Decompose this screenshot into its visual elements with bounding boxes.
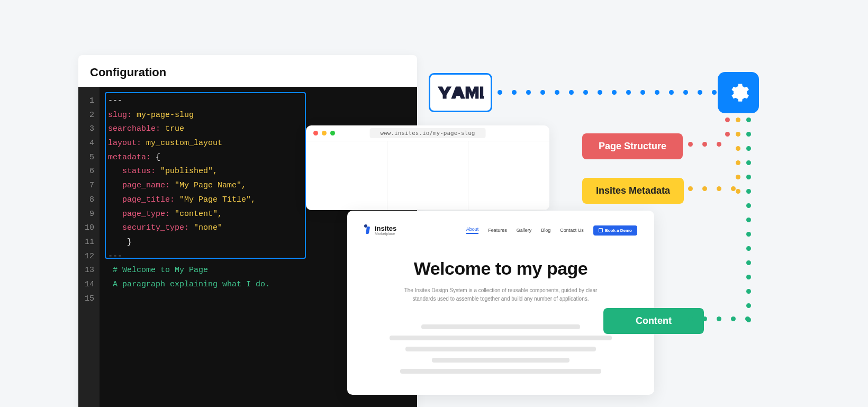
brace-open: { — [151, 153, 160, 162]
searchable-value: true — [160, 124, 184, 133]
connector-vertical-yellow — [736, 117, 740, 194]
nav-about[interactable]: About — [466, 227, 479, 234]
markdown-heading: # Welcome to My Page — [113, 266, 208, 275]
brand-name: insites — [375, 225, 396, 232]
line-number: 14 — [82, 278, 96, 292]
slug-value: my-page-slug — [132, 111, 194, 120]
security-type-value: "none" — [189, 223, 222, 232]
line-number: 5 — [82, 151, 96, 165]
cta-label: Book a Demo — [605, 228, 632, 233]
content-skeleton — [364, 324, 637, 374]
browser-panes — [306, 141, 549, 210]
pane — [468, 141, 549, 210]
browser-chrome: www.insites.io/my-page-slug — [306, 125, 549, 141]
line-number: 7 — [82, 179, 96, 193]
layout-key: layout: — [108, 139, 141, 148]
security-type-key: security_type: — [122, 223, 189, 232]
connector-yaml-to-gear — [498, 90, 717, 95]
line-number: 12 — [82, 250, 96, 264]
calendar-icon — [599, 228, 603, 232]
brand-sub: Marketplace — [375, 232, 396, 236]
skeleton-line — [390, 336, 612, 340]
page-structure-pill: Page Structure — [582, 133, 683, 159]
metadata-key: metadata: — [108, 153, 151, 162]
webpage-hero: Welcome to my page The Insites Design Sy… — [364, 258, 637, 303]
brand-logo-icon — [364, 224, 372, 236]
insites-metadata-pill: Insites Metadata — [582, 178, 684, 204]
markdown-paragraph: A paragraph explaining what I do. — [113, 280, 270, 289]
webpage-mock: insites Marketplace About Features Galle… — [347, 211, 654, 395]
yaml-open: --- — [108, 96, 122, 105]
pane — [387, 141, 469, 210]
minimize-icon[interactable] — [322, 131, 327, 135]
svg-marker-3 — [466, 87, 479, 99]
line-number: 11 — [82, 236, 96, 250]
close-icon[interactable] — [313, 131, 318, 135]
pane — [306, 141, 387, 210]
page-name-key: page_name: — [122, 181, 170, 190]
slug-key: slug: — [108, 111, 132, 120]
connector-insites-metadata — [688, 186, 736, 191]
nav-contact[interactable]: Contact Us — [560, 228, 584, 233]
yaml-logo-icon — [437, 84, 484, 102]
book-demo-button[interactable]: Book a Demo — [593, 225, 637, 236]
status-value: "published", — [156, 167, 218, 176]
insites-metadata-label: Insites Metadata — [596, 185, 670, 196]
connector-page-structure — [688, 142, 721, 147]
hero-subtitle: The Insites Design System is a collectio… — [400, 286, 601, 303]
line-number: 4 — [82, 137, 96, 151]
connector-vertical-green — [746, 117, 751, 322]
page-title-value: "My Page Title", — [175, 195, 256, 204]
line-number-gutter: 1 2 3 4 5 6 7 8 9 10 11 12 13 14 15 — [78, 87, 100, 407]
hero-title: Welcome to my page — [364, 258, 637, 279]
maximize-icon[interactable] — [330, 131, 335, 135]
gear-badge — [718, 72, 759, 113]
gear-icon — [727, 82, 749, 104]
webpage-nav: About Features Gallery Blog Contact Us B… — [466, 225, 637, 236]
skeleton-line — [421, 324, 580, 329]
line-number: 10 — [82, 221, 96, 236]
skeleton-line — [400, 369, 601, 374]
skeleton-line — [405, 347, 596, 351]
page-name-value: "My Page Name", — [170, 181, 246, 190]
line-number: 13 — [82, 264, 96, 278]
skeleton-line — [432, 358, 569, 363]
browser-mock: www.insites.io/my-page-slug — [306, 125, 549, 210]
brand[interactable]: insites Marketplace — [364, 224, 396, 236]
yaml-badge — [429, 73, 492, 112]
address-bar[interactable]: www.insites.io/my-page-slug — [370, 128, 486, 138]
traffic-lights — [313, 131, 335, 135]
brace-close: } — [127, 238, 132, 247]
page-structure-label: Page Structure — [599, 141, 666, 152]
searchable-key: searchable: — [108, 124, 160, 133]
yaml-close: --- — [108, 252, 122, 261]
status-key: status: — [122, 167, 156, 176]
connector-content — [688, 316, 750, 321]
line-number: 2 — [82, 108, 96, 123]
svg-marker-4 — [480, 87, 484, 99]
page-title-key: page_title: — [122, 195, 175, 204]
line-number: 6 — [82, 165, 96, 179]
line-number: 1 — [82, 94, 96, 108]
line-number: 3 — [82, 122, 96, 137]
content-label: Content — [636, 315, 672, 327]
page-type-key: page_type: — [122, 210, 170, 219]
configuration-title: Configuration — [78, 55, 417, 87]
layout-value: my_custom_layout — [141, 139, 222, 148]
svg-marker-0 — [438, 87, 451, 99]
connector-vertical-red — [725, 117, 730, 137]
page-type-value: "content", — [170, 210, 222, 219]
line-number: 9 — [82, 207, 96, 222]
line-number: 15 — [82, 292, 96, 306]
line-number: 8 — [82, 193, 96, 207]
webpage-header: insites Marketplace About Features Galle… — [364, 224, 637, 242]
nav-features[interactable]: Features — [488, 228, 507, 233]
nav-gallery[interactable]: Gallery — [517, 228, 532, 233]
nav-blog[interactable]: Blog — [541, 228, 550, 233]
